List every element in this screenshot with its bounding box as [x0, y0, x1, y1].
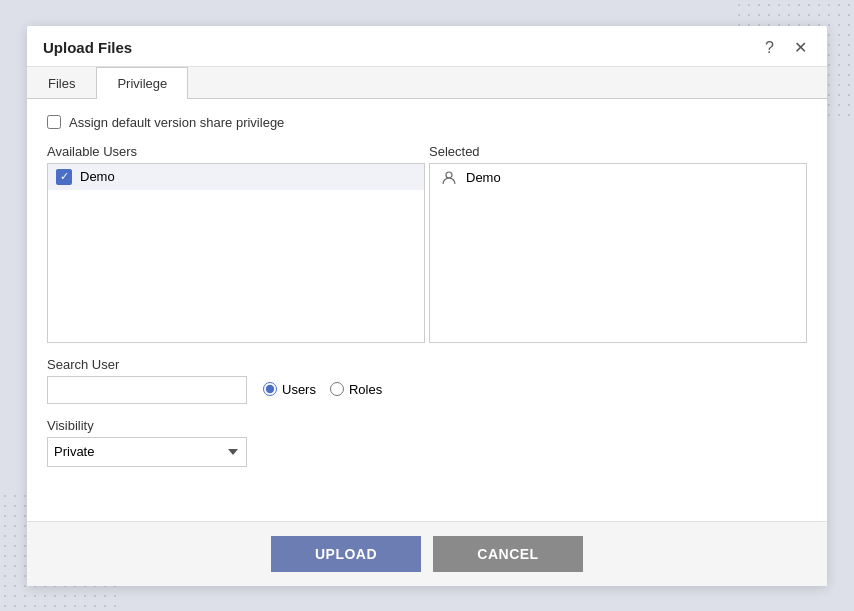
cancel-button[interactable]: CANCEL	[433, 536, 583, 572]
dialog-title: Upload Files	[43, 39, 132, 56]
upload-button[interactable]: UPLOAD	[271, 536, 421, 572]
available-users-section: Available Users Demo	[47, 144, 425, 343]
visibility-section: Visibility Private Public	[47, 418, 807, 467]
search-row: Search User Users Roles	[47, 357, 807, 404]
search-user-label: Search User	[47, 357, 247, 372]
assign-privilege-label: Assign default version share privilege	[69, 115, 284, 130]
user-avatar-icon	[440, 169, 458, 187]
available-users-list[interactable]: Demo	[47, 163, 425, 343]
selected-users-label: Selected	[429, 144, 807, 159]
visibility-select[interactable]: Private Public	[47, 437, 247, 467]
selected-users-section: Selected Demo	[429, 144, 807, 343]
list-item[interactable]: Demo	[430, 164, 806, 192]
help-button[interactable]: ?	[761, 38, 778, 58]
radio-users-input[interactable]	[263, 382, 277, 396]
check-icon	[56, 169, 72, 185]
tab-privilege[interactable]: Privilege	[96, 67, 188, 99]
svg-point-0	[446, 172, 452, 178]
search-section: Search User	[47, 357, 247, 404]
close-button[interactable]: ✕	[790, 38, 811, 58]
available-users-label: Available Users	[47, 144, 425, 159]
tab-files[interactable]: Files	[27, 67, 96, 99]
tab-bar: Files Privilege	[27, 67, 827, 99]
upload-files-dialog: Upload Files ? ✕ Files Privilege Assign …	[27, 26, 827, 586]
radio-roles-label: Roles	[349, 382, 382, 397]
search-user-input[interactable]	[47, 376, 247, 404]
radio-users[interactable]: Users	[263, 382, 316, 397]
user-lists-container: Available Users Demo Selected	[47, 144, 807, 343]
visibility-label: Visibility	[47, 418, 807, 433]
dialog-header-actions: ? ✕	[761, 38, 811, 58]
radio-users-label: Users	[282, 382, 316, 397]
list-item[interactable]: Demo	[48, 164, 424, 190]
radio-roles-input[interactable]	[330, 382, 344, 396]
dialog-header: Upload Files ? ✕	[27, 26, 827, 67]
assign-privilege-row: Assign default version share privilege	[47, 115, 807, 130]
available-user-name: Demo	[80, 169, 115, 184]
privilege-tab-content: Assign default version share privilege A…	[27, 99, 827, 493]
assign-privilege-checkbox[interactable]	[47, 115, 61, 129]
dialog-body: Assign default version share privilege A…	[27, 99, 827, 521]
dialog-footer: UPLOAD CANCEL	[27, 521, 827, 586]
radio-roles[interactable]: Roles	[330, 382, 382, 397]
dialog-backdrop: Upload Files ? ✕ Files Privilege Assign …	[0, 0, 854, 611]
selected-users-list[interactable]: Demo	[429, 163, 807, 343]
radio-group: Users Roles	[263, 382, 382, 397]
selected-user-name: Demo	[466, 170, 501, 185]
